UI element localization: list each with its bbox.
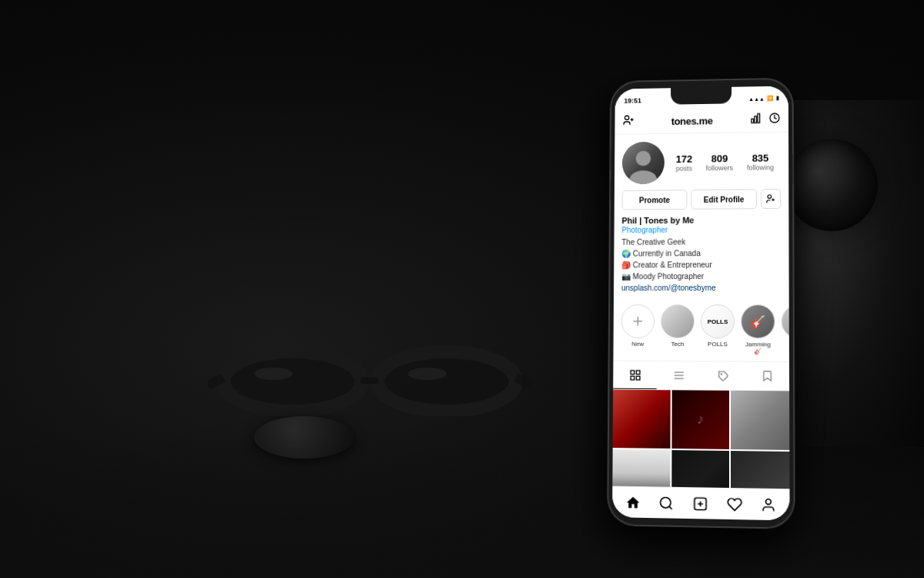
- tab-grid[interactable]: [613, 361, 657, 389]
- instagram-app: tones.me: [612, 107, 789, 489]
- ig-action-buttons: Promote Edit Profile: [614, 189, 789, 216]
- bio-name: Phil | Tones by Me: [621, 215, 781, 225]
- svg-rect-2: [360, 378, 379, 384]
- highlight-tech-circle: [661, 304, 695, 338]
- ig-stats-row: 172 posts 809 followers 835 following: [614, 133, 788, 190]
- grid-photo-1[interactable]: [613, 390, 671, 449]
- svg-rect-21: [631, 370, 634, 374]
- promote-button[interactable]: Promote: [622, 190, 688, 210]
- add-person-icon[interactable]: [622, 114, 634, 129]
- svg-point-6: [385, 358, 508, 405]
- svg-point-9: [625, 116, 629, 119]
- history-icon[interactable]: [768, 112, 781, 127]
- grid-photo-4[interactable]: [612, 449, 670, 489]
- svg-point-5: [231, 358, 354, 405]
- bio-link[interactable]: unsplash.com/@tonesbyme: [621, 284, 782, 292]
- ig-highlights: New Tech POLLS POLLS 🎸 Jamm: [613, 298, 788, 362]
- status-icons: ▲▲▲ 🛜 ▮: [748, 95, 779, 102]
- svg-point-7: [254, 368, 293, 380]
- bio-location: 🌍 Currently in Canada: [621, 247, 781, 260]
- ig-topnav: tones.me: [614, 107, 788, 135]
- highlight-polls[interactable]: POLLS POLLS: [701, 304, 735, 355]
- topnav-right-icons: [750, 112, 781, 127]
- highlight-jamming-label: Jamming 🎸: [741, 341, 775, 355]
- photo-grid: [612, 390, 789, 489]
- glasses-decoration: [208, 339, 531, 416]
- tab-saved[interactable]: [745, 362, 789, 391]
- svg-rect-24: [636, 376, 640, 380]
- ig-bio: Phil | Tones by Me Photographer The Crea…: [614, 215, 789, 298]
- nav-profile-icon[interactable]: [759, 495, 778, 514]
- posts-count: 172: [676, 153, 692, 164]
- ig-bottom-nav: [612, 486, 790, 521]
- bio-role: 🎒 Creator & Entrepreneur: [621, 259, 781, 271]
- profile-avatar[interactable]: [622, 142, 665, 184]
- tab-tagged[interactable]: [701, 361, 745, 390]
- bio-title: Photographer: [621, 225, 781, 234]
- phone-body: 19:51 ▲▲▲ 🛜 ▮ tones.me: [608, 79, 795, 529]
- nav-heart-icon[interactable]: [725, 495, 743, 514]
- svg-point-29: [661, 497, 671, 508]
- svg-point-8: [408, 368, 447, 380]
- stats-numbers: 172 posts 809 followers 835 following: [669, 152, 781, 172]
- bio-description: The Creative Geek: [621, 236, 781, 248]
- nav-home-icon[interactable]: [624, 492, 642, 512]
- nav-search-icon[interactable]: [658, 493, 676, 512]
- highlight-new-label: New: [631, 341, 644, 348]
- grid-photo-3[interactable]: [731, 391, 789, 450]
- highlight-tech[interactable]: Tech: [661, 304, 695, 355]
- wifi-icon: 🛜: [767, 96, 774, 102]
- svg-rect-23: [631, 376, 634, 380]
- following-stat[interactable]: 835 following: [747, 152, 774, 171]
- grid-photo-2[interactable]: [671, 390, 729, 449]
- phone-screen: 19:51 ▲▲▲ 🛜 ▮ tones.me: [612, 86, 790, 520]
- insights-icon[interactable]: [750, 112, 762, 127]
- svg-point-16: [768, 195, 772, 199]
- highlight-jamming[interactable]: 🎸 Jamming 🎸: [741, 304, 775, 355]
- highlight-polls-label: POLLS: [708, 341, 728, 348]
- svg-point-28: [721, 373, 721, 374]
- phone: 19:51 ▲▲▲ 🛜 ▮ tones.me: [608, 79, 795, 529]
- followers-label: followers: [706, 164, 733, 172]
- svg-line-30: [669, 506, 672, 509]
- svg-rect-13: [755, 116, 757, 123]
- highlight-new-circle: [621, 304, 655, 338]
- highlight-cali-circle: [782, 304, 789, 339]
- profile-username: tones.me: [671, 115, 713, 127]
- svg-rect-12: [752, 119, 754, 123]
- svg-point-34: [766, 499, 772, 504]
- posts-stat: 172 posts: [676, 153, 693, 172]
- bio-specialty: 📷 Moody Photographer: [621, 271, 782, 282]
- highlight-polls-circle: POLLS: [701, 304, 735, 338]
- svg-rect-14: [758, 114, 760, 123]
- following-count: 835: [747, 152, 774, 163]
- add-contact-icon-button[interactable]: [761, 189, 781, 209]
- notch: [671, 87, 732, 105]
- highlight-tech-label: Tech: [671, 341, 684, 348]
- followers-count: 809: [706, 153, 733, 164]
- followers-stat[interactable]: 809 followers: [706, 153, 733, 172]
- highlight-cali[interactable]: Cali: [782, 304, 789, 355]
- signal-icon: ▲▲▲: [748, 96, 765, 101]
- edit-profile-button[interactable]: Edit Profile: [691, 189, 757, 209]
- grid-photo-6[interactable]: [731, 451, 789, 489]
- posts-label: posts: [676, 164, 692, 172]
- battery-icon: ▮: [776, 95, 779, 101]
- svg-rect-22: [636, 370, 640, 374]
- highlight-new[interactable]: New: [621, 304, 654, 355]
- ig-tabs: [613, 361, 789, 391]
- highlight-jamming-circle: 🎸: [741, 304, 775, 338]
- nav-add-icon[interactable]: [691, 494, 709, 513]
- following-label: following: [747, 163, 774, 171]
- tab-list[interactable]: [657, 361, 701, 390]
- status-time: 19:51: [624, 97, 641, 105]
- grid-photo-5[interactable]: [671, 450, 729, 489]
